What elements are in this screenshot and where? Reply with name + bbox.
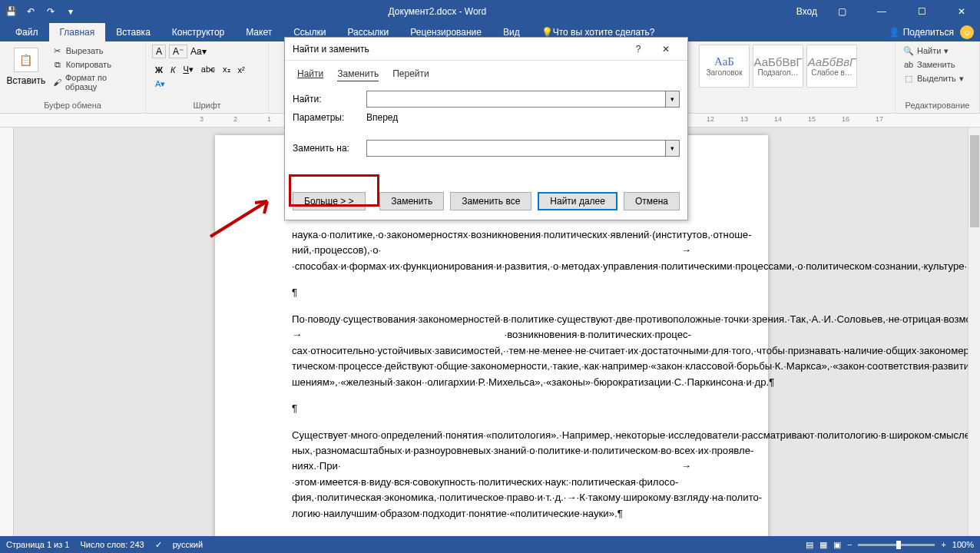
scissors-icon: ✂: [52, 45, 63, 56]
format-painter-button[interactable]: 🖌Формат по образцу: [51, 72, 139, 92]
brush-icon: 🖌: [52, 77, 62, 88]
feedback-smiley-icon[interactable]: ☺: [960, 25, 974, 39]
status-bar: Страница 1 из 1 Число слов: 243 ✓ русски…: [0, 536, 980, 553]
replace-button[interactable]: abЗаменить: [902, 58, 965, 71]
more-options-button[interactable]: Больше > >: [293, 192, 366, 210]
save-icon[interactable]: 💾: [3, 4, 18, 19]
cursor-icon: ⬚: [903, 73, 914, 84]
clipboard-icon: 📋: [14, 48, 38, 72]
maximize-icon[interactable]: ☐: [906, 0, 937, 23]
replace-icon: ab: [903, 59, 914, 70]
document-paragraph: По·поводу·существования·закономерностей·…: [292, 312, 691, 390]
dialog-tab-find[interactable]: Найти: [297, 68, 323, 81]
find-next-button[interactable]: Найти далее: [538, 192, 617, 210]
find-history-dropdown-icon[interactable]: ▾: [666, 91, 680, 108]
params-value: Вперед: [366, 112, 398, 123]
find-replace-dialog: Найти и заменить ? ✕ Найти Заменить Пере…: [284, 37, 688, 220]
bold-button[interactable]: Ж: [152, 64, 166, 76]
copy-button[interactable]: ⧉Копировать: [51, 58, 139, 71]
zoom-slider[interactable]: [858, 544, 935, 546]
window-titlebar: 💾 ↶ ↷ ▾ Документ2.docx - Word Вход ▢ — ☐…: [0, 0, 980, 23]
view-web-icon[interactable]: ▣: [833, 540, 841, 550]
subscript-button[interactable]: x₂: [220, 63, 233, 76]
text-effects-button[interactable]: A▾: [152, 78, 168, 91]
font-group-label: Шрифт: [152, 99, 262, 113]
dialog-titlebar[interactable]: Найти и заменить ? ✕: [285, 38, 687, 61]
select-button[interactable]: ⬚Выделить ▾: [902, 72, 965, 84]
page-count[interactable]: Страница 1 из 1: [6, 540, 69, 549]
paste-label: Вставить: [6, 75, 45, 86]
view-print-icon[interactable]: ▦: [819, 540, 827, 550]
style-weak[interactable]: АаБбВвГСлабое в…: [806, 45, 857, 88]
tab-design[interactable]: Конструктор: [161, 23, 235, 41]
customize-qat-icon[interactable]: ▾: [63, 4, 78, 19]
cut-button[interactable]: ✂Вырезать: [51, 45, 139, 57]
find-what-label: Найти:: [293, 94, 360, 104]
dialog-tab-replace[interactable]: Заменить: [337, 68, 379, 81]
clipboard-group-label: Буфер обмена: [6, 99, 139, 113]
italic-button[interactable]: К: [167, 64, 178, 76]
view-read-icon[interactable]: ▤: [806, 540, 813, 550]
editing-group-label: Редактирование: [902, 99, 973, 113]
minimize-icon[interactable]: —: [866, 0, 897, 23]
dialog-tab-goto[interactable]: Перейти: [392, 68, 429, 81]
vertical-scrollbar[interactable]: [968, 127, 980, 536]
tab-file[interactable]: Файл: [5, 23, 49, 41]
word-count[interactable]: Число слов: 243: [80, 540, 144, 549]
tab-home[interactable]: Главная: [49, 23, 106, 41]
language-indicator[interactable]: русский: [173, 540, 203, 549]
superscript-button[interactable]: x²: [235, 64, 248, 76]
quick-access-toolbar: 💾 ↶ ↷ ▾: [3, 4, 78, 19]
replace-one-button[interactable]: Заменить: [379, 192, 444, 210]
undo-icon[interactable]: ↶: [23, 4, 38, 19]
find-what-input[interactable]: [366, 91, 666, 108]
styles-gallery[interactable]: АаБЗаголовок АаБбВвГПодзагол… АаБбВвГСла…: [699, 45, 857, 88]
search-icon: 🔍: [903, 45, 914, 56]
redo-icon[interactable]: ↷: [43, 4, 58, 19]
style-subheading[interactable]: АаБбВвГПодзагол…: [753, 45, 803, 88]
dialog-tabs: Найти Заменить Перейти: [293, 65, 680, 86]
scrollbar-thumb[interactable]: [970, 135, 979, 227]
vertical-ruler[interactable]: [0, 127, 14, 536]
underline-button[interactable]: Ч▾: [180, 63, 196, 76]
close-icon[interactable]: ✕: [946, 0, 977, 23]
account-login[interactable]: Вход: [796, 6, 817, 17]
copy-icon: ⧉: [52, 59, 63, 70]
zoom-in-icon[interactable]: +: [941, 540, 945, 549]
zoom-out-icon[interactable]: −: [847, 540, 852, 549]
dialog-help-icon[interactable]: ?: [624, 38, 652, 60]
tab-insert[interactable]: Вставка: [105, 23, 161, 41]
replace-with-label: Заменить на:: [293, 143, 360, 154]
dialog-close-icon[interactable]: ✕: [652, 38, 680, 60]
spellcheck-icon[interactable]: ✓: [155, 540, 162, 550]
find-button[interactable]: 🔍Найти ▾: [902, 45, 965, 57]
window-title: Документ2.docx - Word: [78, 6, 796, 17]
cancel-button[interactable]: Отмена: [624, 192, 680, 210]
zoom-level[interactable]: 100%: [952, 540, 974, 549]
params-label: Параметры:: [293, 112, 360, 123]
document-paragraph: ¶: [292, 401, 691, 416]
document-paragraph: наука·о·политике,·о·закономерностях·возн…: [292, 227, 691, 274]
share-button[interactable]: 👤 Поделиться: [889, 27, 954, 38]
ribbon-display-options-icon[interactable]: ▢: [826, 0, 857, 23]
replace-with-input[interactable]: [366, 140, 666, 157]
style-heading[interactable]: АаБЗаголовок: [699, 45, 750, 88]
document-paragraph: ¶: [292, 285, 691, 300]
replace-all-button[interactable]: Заменить все: [450, 192, 531, 210]
document-paragraph: Существует·много·определений·понятия·«по…: [292, 428, 691, 522]
dialog-title: Найти и заменить: [293, 44, 624, 55]
paste-button[interactable]: 📋 Вставить: [6, 45, 46, 86]
strikethrough-button[interactable]: abc̶: [198, 63, 218, 76]
replace-history-dropdown-icon[interactable]: ▾: [666, 140, 680, 157]
tab-layout[interactable]: Макет: [235, 23, 283, 41]
